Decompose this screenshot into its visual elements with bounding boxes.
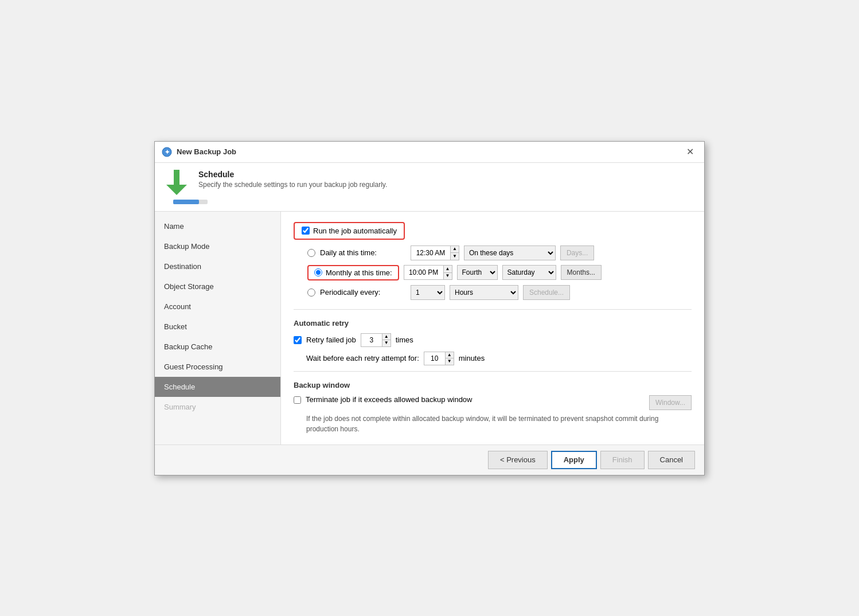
wait-label: Wait before each retry attempt for:	[306, 354, 419, 362]
wait-count-spinner-btns: ▲ ▼	[445, 352, 454, 365]
close-button[interactable]: ✕	[683, 146, 697, 158]
header-section: Schedule Specify the schedule settings t…	[155, 163, 704, 212]
terminate-label: Terminate job if it exceeds allowed back…	[306, 395, 473, 404]
title-bar-left: ✦ New Backup Job	[162, 147, 236, 157]
run-automatically-checkbox[interactable]	[302, 227, 310, 235]
wait-count-input[interactable]	[424, 352, 445, 365]
finish-button: Finish	[600, 451, 645, 469]
retry-times-label: times	[396, 336, 413, 344]
automatic-retry-section: Automatic retry Retry failed job ▲ ▼ tim…	[294, 319, 692, 365]
header-subtitle: Specify the schedule settings to run you…	[198, 181, 387, 189]
monthly-label: Monthly at this time:	[326, 268, 392, 277]
sidebar-item-object-storage[interactable]: Object Storage	[155, 276, 280, 297]
backup-window-title: Backup window	[294, 381, 692, 389]
backup-window-desc: If the job does not complete within allo…	[306, 414, 692, 434]
app-icon: ✦	[162, 147, 172, 157]
retry-count-spinner-btns: ▲ ▼	[382, 334, 391, 346]
sidebar-item-schedule[interactable]: Schedule	[155, 377, 280, 397]
previous-button[interactable]: < Previous	[488, 451, 548, 469]
sidebar-item-backup-cache[interactable]: Backup Cache	[155, 337, 280, 357]
sidebar-item-bucket[interactable]: Bucket	[155, 317, 280, 337]
terminate-checkbox[interactable]	[294, 396, 301, 404]
schedule-rows: Daily at this time: ▲ ▼ On these days Da…	[307, 245, 692, 300]
retry-failed-label: Retry failed job	[306, 336, 356, 344]
daily-days-dropdown[interactable]: On these days	[464, 245, 556, 260]
retry-count-up[interactable]: ▲	[382, 334, 391, 341]
terminate-row: Terminate job if it exceeds allowed back…	[294, 395, 692, 410]
run-automatically-checkbox-wrapper[interactable]: Run the job automatically	[294, 222, 405, 240]
svg-marker-3	[166, 185, 187, 195]
sidebar-item-name[interactable]: Name	[155, 216, 280, 236]
periodic-label: Periodically every:	[320, 288, 406, 297]
wait-count-down[interactable]: ▼	[446, 358, 454, 365]
daily-time-spinner-btns: ▲ ▼	[450, 246, 459, 260]
divider-1	[294, 309, 692, 310]
monthly-occurrence-dropdown[interactable]: Fourth First Second Third Last	[457, 265, 498, 280]
run-automatically-label: Run the job automatically	[313, 227, 397, 235]
retry-count-input[interactable]	[361, 334, 382, 346]
apply-button[interactable]: Apply	[551, 451, 597, 469]
monthly-time-spinner[interactable]: ▲ ▼	[404, 265, 452, 280]
sidebar-item-summary: Summary	[155, 397, 280, 417]
body-section: Name Backup Mode Destination Object Stor…	[155, 212, 704, 445]
wait-count-spinner[interactable]: ▲ ▼	[424, 352, 454, 365]
main-content: Run the job automatically Daily at this …	[281, 212, 704, 445]
daily-row: Daily at this time: ▲ ▼ On these days Da…	[307, 245, 692, 260]
daily-time-down[interactable]: ▼	[451, 253, 459, 260]
periodic-value-dropdown[interactable]: 1 2 4 6 8 12	[411, 285, 445, 300]
monthly-radio-wrapper[interactable]: Monthly at this time:	[307, 265, 399, 280]
sidebar-item-backup-mode[interactable]: Backup Mode	[155, 236, 280, 256]
monthly-time-down[interactable]: ▼	[444, 273, 452, 280]
monthly-radio[interactable]	[314, 268, 322, 276]
sidebar: Name Backup Mode Destination Object Stor…	[155, 212, 281, 445]
progress-bar-container	[173, 200, 208, 204]
progress-bar-fill	[173, 200, 199, 204]
svg-text:✦: ✦	[165, 149, 170, 155]
footer: < Previous Apply Finish Cancel	[155, 445, 704, 475]
daily-time-input[interactable]	[411, 246, 450, 260]
daily-radio[interactable]	[307, 249, 315, 257]
automatic-retry-title: Automatic retry	[294, 319, 692, 328]
periodic-schedule-button: Schedule...	[523, 285, 570, 300]
monthly-months-button[interactable]: Months...	[561, 265, 602, 280]
retry-failed-checkbox[interactable]	[294, 336, 302, 344]
monthly-time-up[interactable]: ▲	[444, 266, 452, 273]
sidebar-item-guest-processing[interactable]: Guest Processing	[155, 357, 280, 377]
window-title: New Backup Job	[177, 147, 236, 156]
retry-count-spinner[interactable]: ▲ ▼	[361, 333, 391, 347]
wait-retry-row: Wait before each retry attempt for: ▲ ▼ …	[294, 352, 692, 365]
retry-count-down[interactable]: ▼	[382, 340, 391, 346]
dialog-window: ✦ New Backup Job ✕ Schedule Specify the …	[154, 141, 705, 475]
daily-time-spinner[interactable]: ▲ ▼	[411, 245, 459, 260]
header-text: Schedule Specify the schedule settings t…	[198, 170, 387, 189]
wait-count-up[interactable]: ▲	[446, 352, 454, 359]
header-title: Schedule	[198, 170, 387, 179]
sidebar-item-destination[interactable]: Destination	[155, 256, 280, 276]
monthly-row: Monthly at this time: ▲ ▼ Fourth First S…	[307, 265, 692, 280]
divider-2	[294, 371, 692, 372]
backup-window-section: Backup window Terminate job if it exceed…	[294, 381, 692, 434]
header-icon	[164, 170, 189, 195]
wait-unit-label: minutes	[459, 354, 485, 362]
periodic-row: Periodically every: 1 2 4 6 8 12 Hours M…	[307, 285, 692, 300]
run-automatically-row: Run the job automatically	[294, 222, 692, 240]
sidebar-item-account[interactable]: Account	[155, 297, 280, 317]
retry-failed-row: Retry failed job ▲ ▼ times	[294, 333, 692, 347]
daily-time-up[interactable]: ▲	[451, 246, 459, 254]
monthly-time-input[interactable]	[404, 266, 443, 279]
svg-rect-2	[174, 170, 179, 185]
window-button: Window...	[649, 395, 692, 410]
periodic-unit-dropdown[interactable]: Hours Minutes	[450, 285, 518, 300]
monthly-time-spinner-btns: ▲ ▼	[443, 266, 452, 279]
cancel-button[interactable]: Cancel	[648, 451, 695, 469]
daily-days-button: Days...	[560, 245, 594, 260]
title-bar: ✦ New Backup Job ✕	[155, 142, 704, 163]
daily-label: Daily at this time:	[320, 248, 406, 257]
periodic-radio[interactable]	[307, 288, 315, 297]
monthly-day-dropdown[interactable]: Saturday Sunday Monday Tuesday Wednesday…	[502, 265, 556, 280]
